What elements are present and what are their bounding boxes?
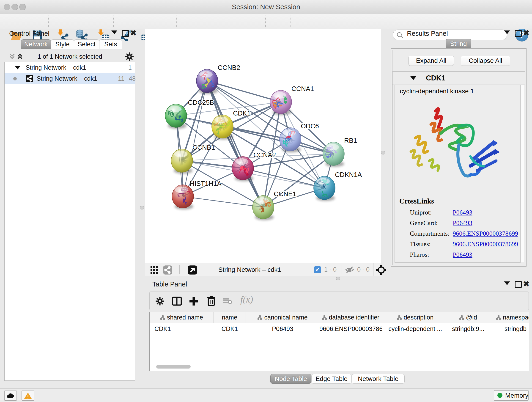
network-view-mode-icon[interactable] — [163, 265, 172, 275]
left-splitter-grip[interactable] — [140, 206, 144, 210]
gene-description: cyclin-dependent kinase 1 — [400, 88, 474, 95]
add-column-icon[interactable] — [189, 296, 199, 306]
detach-view-icon[interactable] — [188, 265, 197, 275]
crosslink-label: Tissues: — [410, 240, 431, 248]
column-header-shared-name[interactable]: shared name — [150, 312, 214, 323]
table-panel-float-icon[interactable] — [504, 281, 510, 285]
toolbar-separator — [179, 265, 180, 274]
expand-all-networks-icon[interactable] — [16, 53, 24, 61]
tab-node-table[interactable]: Node Table — [270, 374, 311, 384]
node-HIST1H1A — [172, 185, 194, 210]
column-header-namespace[interactable]: namespace — [488, 312, 529, 323]
tab-edge-table[interactable]: Edge Table — [311, 374, 352, 384]
table-options-gear-icon[interactable] — [155, 296, 165, 306]
table-header-row: shared namenamecanonical namedatabase id… — [150, 312, 529, 323]
right-splitter-grip[interactable] — [381, 151, 385, 154]
table-cell[interactable]: CDK1 — [214, 324, 246, 334]
expand-all-button[interactable]: Expand All — [409, 56, 454, 66]
table-cell[interactable]: stringdb:9... — [448, 324, 488, 334]
column-header--id[interactable]: @id — [448, 312, 488, 323]
table-cell[interactable]: stringdb — [488, 324, 529, 334]
gene-card-header[interactable]: CDK1 — [393, 72, 525, 85]
tab-select[interactable]: Select — [74, 39, 99, 49]
results-scrollbar-track[interactable] — [521, 85, 524, 262]
toolbar-separator — [177, 16, 177, 27]
control-panel-maximize-icon[interactable] — [122, 30, 129, 37]
control-panel-close-icon[interactable]: ✖ — [130, 28, 137, 37]
tab-sets[interactable]: Sets — [99, 39, 122, 49]
fit-selected-crosshair-icon[interactable] — [376, 265, 386, 275]
results-panel-float-icon[interactable] — [504, 31, 510, 34]
column-type-icon — [496, 315, 501, 320]
network-graph[interactable]: CCNB2CCNA1CDC25BCDK1CDC6RB1CCNB1CCNA2CDK… — [145, 29, 381, 263]
crosslink-label: Pharos: — [410, 251, 429, 258]
gene-card-collapse-icon[interactable] — [410, 76, 416, 80]
node-CDK1 — [212, 115, 233, 140]
network-row-selected[interactable]: String Network – cdk1 11 48 — [5, 73, 135, 84]
node-label-RB1: RB1 — [344, 137, 357, 144]
function-builder-icon-disabled: f(x) — [240, 294, 253, 305]
toolbar-separator — [291, 16, 291, 27]
column-header-name[interactable]: name — [214, 312, 246, 323]
memory-button[interactable]: Memory — [494, 390, 529, 401]
crosslink-link[interactable]: P06493 — [453, 219, 472, 227]
column-header-label: namespace — [503, 314, 529, 321]
table-cell[interactable]: CDK1 — [150, 324, 214, 334]
node-table[interactable]: shared namenamecanonical namedatabase id… — [149, 312, 529, 371]
node-label-CCNB1: CCNB1 — [192, 144, 215, 151]
network-status-dot — [13, 77, 17, 80]
column-header-canonical-name[interactable]: canonical name — [246, 312, 319, 323]
results-panel-maximize-icon[interactable] — [515, 30, 522, 37]
status-bar: Memory — [0, 389, 532, 402]
crosslink-link[interactable]: P06493 — [453, 209, 472, 216]
table-hscrollbar-thumb[interactable] — [156, 365, 191, 369]
node-label-CCNB2: CCNB2 — [218, 64, 240, 71]
table-panel-maximize-icon[interactable] — [515, 281, 522, 288]
column-header-database-identifier[interactable]: database identifier — [319, 312, 382, 323]
crosslink-link[interactable]: P06493 — [453, 251, 472, 258]
tab-network-table[interactable]: Network Table — [352, 374, 405, 384]
control-panel-title: Control Panel — [9, 30, 50, 37]
crosslink-label: Compartments: — [410, 230, 450, 237]
collection-expand-icon[interactable] — [15, 66, 20, 70]
tab-network[interactable]: Network — [21, 39, 51, 49]
network-view-title: String Network – cdk1 — [218, 263, 281, 276]
collapse-all-networks-icon[interactable] — [8, 53, 16, 61]
delete-column-icon[interactable] — [206, 295, 216, 306]
tab-style[interactable]: Style — [51, 39, 74, 49]
warnings-button[interactable] — [22, 390, 34, 401]
cloud-button[interactable] — [4, 390, 17, 401]
table-panel-close-icon[interactable]: ✖ — [523, 279, 530, 288]
crosslink-link[interactable]: 9606.ENSP00000378699 — [453, 230, 518, 237]
show-columns-icon[interactable] — [172, 296, 182, 306]
tab-string[interactable]: String — [446, 39, 471, 49]
selected-nodes-checkbox[interactable]: ✔ — [314, 266, 321, 273]
bottom-splitter-grip[interactable] — [336, 277, 340, 280]
node-CCNB2 — [196, 69, 218, 94]
collapse-all-button[interactable]: Collapse All — [461, 56, 510, 66]
results-buttons-box: Expand All Collapse All — [392, 50, 525, 71]
search-icon — [396, 32, 404, 38]
crosslink-link[interactable]: 9606.ENSP00000378699 — [453, 240, 518, 248]
gene-result-card: CDK1 cyclin-dependent kinase 1 — [392, 71, 525, 265]
network-collection-row[interactable]: String Network – cdk1 1 — [5, 62, 135, 73]
delete-table-icon-disabled — [222, 297, 233, 305]
node-CDKN1A — [314, 176, 335, 201]
network-options-gear-icon[interactable] — [125, 52, 134, 61]
collection-label: String Network – cdk1 — [26, 62, 86, 73]
table-cell[interactable]: cyclin-dependent ... — [382, 324, 448, 334]
crosslink-row: Uniprot:P06493 — [395, 207, 520, 218]
grid-view-icon[interactable] — [150, 266, 158, 274]
results-panel-title: Results Panel — [407, 30, 448, 37]
main-toolbar: ? — [0, 14, 532, 29]
column-type-icon — [257, 315, 262, 320]
column-header-description[interactable]: description — [382, 312, 448, 323]
edge-CCNB2-CCNE1 — [207, 81, 263, 207]
table-cell[interactable]: P06493 — [246, 324, 319, 334]
network-view-canvas[interactable]: CCNB2CCNA1CDC25BCDK1CDC6RB1CCNB1CCNA2CDK… — [145, 29, 381, 263]
control-panel-float-icon[interactable] — [111, 31, 117, 34]
results-panel-close-icon[interactable]: ✖ — [523, 28, 530, 37]
toolbar-separator — [373, 263, 374, 276]
table-cell[interactable]: 9606.ENSP00000378699 — [319, 324, 382, 334]
node-label-CDKN1A: CDKN1A — [335, 171, 362, 178]
